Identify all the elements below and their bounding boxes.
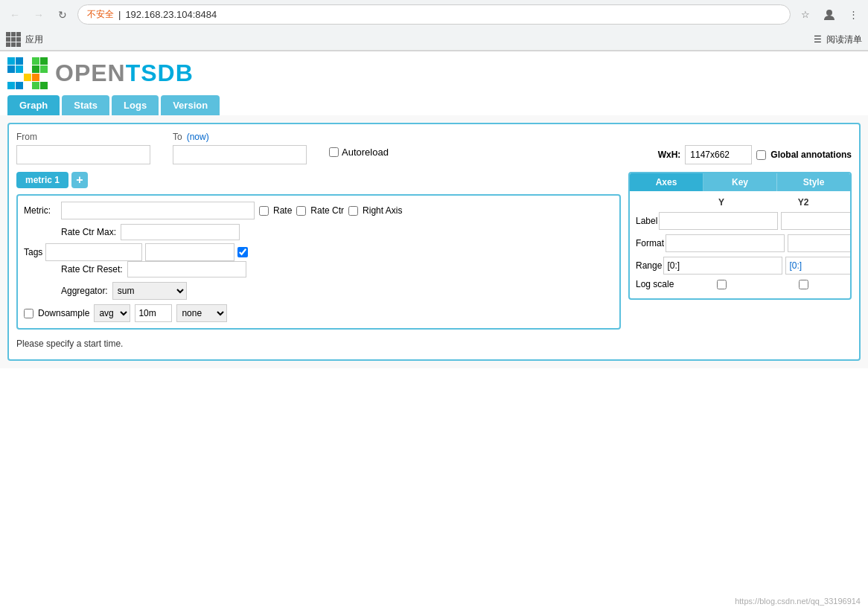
wxh-label: WxH: bbox=[658, 150, 681, 160]
rate-ctr-reset-row: Rate Ctr Reset: bbox=[24, 261, 613, 277]
logo-tsdb: TSDB bbox=[126, 60, 194, 86]
autoreload-checkbox[interactable] bbox=[329, 147, 339, 157]
browser-chrome: ← → ↻ 不安全 | 192.168.23.104:8484 ☆ ⋮ 应用 ☰… bbox=[0, 0, 868, 51]
rate-ctr-max-label: Rate Ctr Max: bbox=[61, 227, 116, 237]
tab-graph[interactable]: Graph bbox=[7, 95, 60, 115]
forward-button[interactable]: → bbox=[30, 6, 48, 24]
range-field-label: Range bbox=[636, 260, 662, 271]
to-input[interactable] bbox=[173, 145, 307, 164]
logo-area: OPENTSDB bbox=[0, 51, 868, 95]
global-annotations-checkbox[interactable] bbox=[756, 150, 766, 160]
reload-button[interactable]: ↻ bbox=[54, 6, 71, 24]
axes-format-row: Format bbox=[636, 234, 844, 252]
status-message: Please specify a start time. bbox=[16, 336, 852, 352]
tags-label: Tags bbox=[24, 247, 42, 257]
profile-icon[interactable] bbox=[820, 6, 838, 24]
tab-logs[interactable]: Logs bbox=[112, 95, 159, 115]
y2-range-input[interactable] bbox=[785, 257, 852, 275]
toolbar-right: ☆ ⋮ bbox=[797, 6, 862, 24]
y-format-input[interactable] bbox=[666, 234, 785, 252]
y-header: Y bbox=[680, 197, 762, 208]
label-field-label: Label bbox=[636, 216, 657, 226]
address-bar[interactable]: 不安全 | 192.168.23.104:8484 bbox=[77, 4, 791, 25]
to-group: To (now) bbox=[173, 132, 307, 164]
global-annotations-label: Global annotations bbox=[770, 150, 852, 160]
apps-label: 应用 bbox=[25, 33, 43, 46]
rate-ctr-reset-input[interactable] bbox=[127, 261, 246, 277]
axes-range-row: Range bbox=[636, 257, 844, 275]
svg-point-0 bbox=[826, 10, 832, 16]
now-link[interactable]: (now) bbox=[187, 132, 209, 142]
to-label: To bbox=[173, 132, 182, 142]
from-label: From bbox=[16, 132, 150, 142]
rate-ctr-reset-label: Rate Ctr Reset: bbox=[61, 264, 123, 275]
left-col: metric 1 + Metric: Rate bbox=[16, 172, 621, 330]
y-range-input[interactable] bbox=[663, 257, 782, 275]
tags-row: Tags bbox=[24, 243, 613, 261]
address-text: 192.168.23.104:8484 bbox=[125, 9, 781, 20]
logo-grid bbox=[7, 57, 48, 89]
downsample-checkbox[interactable] bbox=[24, 309, 33, 318]
rate-label: Rate bbox=[273, 205, 292, 216]
metric-row: Metric: Rate Rate Ctr Right Axis bbox=[24, 202, 613, 219]
logo-text: OPENTSDB bbox=[55, 60, 194, 87]
axes-tab-axes[interactable]: Axes bbox=[630, 173, 703, 191]
metric-form: Metric: Rate Rate Ctr Right Axis bbox=[16, 194, 621, 330]
bookmark-icon[interactable]: ☆ bbox=[797, 6, 814, 24]
app-container: OPENTSDB Graph Stats Logs Version From T… bbox=[0, 51, 868, 613]
rate-ctr-max-input[interactable] bbox=[121, 224, 240, 240]
browser-toolbar: ← → ↻ 不安全 | 192.168.23.104:8484 ☆ ⋮ bbox=[0, 0, 868, 29]
tags-checkbox[interactable] bbox=[237, 247, 248, 257]
apps-bar: 应用 ☰ 阅读清单 bbox=[0, 29, 868, 51]
wxh-input[interactable] bbox=[685, 145, 752, 164]
add-metric-button[interactable]: + bbox=[71, 172, 88, 188]
rate-options: Rate Rate Ctr Right Axis bbox=[259, 205, 402, 216]
downsample-interval-input[interactable] bbox=[135, 304, 172, 322]
autoreload-label: Autoreload bbox=[342, 147, 389, 158]
axes-tab-key[interactable]: Key bbox=[703, 173, 777, 191]
aggregator-select[interactable]: sum avg min max bbox=[112, 282, 187, 300]
rate-ctr-label: Rate Ctr bbox=[310, 205, 344, 216]
logo-open: OPEN bbox=[55, 60, 126, 86]
y2-logscale-checkbox[interactable] bbox=[799, 280, 808, 289]
axes-content: Y Y2 Label Format bbox=[630, 191, 850, 298]
axes-column-headers: Y Y2 bbox=[636, 197, 844, 208]
aggregator-row: Aggregator: sum avg min max bbox=[24, 282, 613, 300]
rate-checkbox[interactable] bbox=[259, 206, 269, 216]
right-axis-label: Right Axis bbox=[363, 205, 402, 216]
tags-key-input[interactable] bbox=[45, 243, 142, 261]
metric-tab-1[interactable]: metric 1 bbox=[16, 172, 68, 188]
logscale-label: Log scale bbox=[636, 279, 680, 289]
y-label-input[interactable] bbox=[659, 212, 778, 230]
downsample-label: Downsample bbox=[38, 308, 89, 318]
y2-format-input[interactable] bbox=[788, 234, 852, 252]
wxh-group: WxH: Global annotations bbox=[658, 145, 852, 164]
apps-grid-icon bbox=[6, 32, 21, 47]
footer-note: https://blog.csdn.net/qq_33196914 bbox=[735, 597, 861, 606]
tab-stats[interactable]: Stats bbox=[62, 95, 109, 115]
y2-label-input[interactable] bbox=[781, 212, 852, 230]
right-axis-checkbox[interactable] bbox=[348, 206, 358, 216]
axes-tabs: Axes Key Style bbox=[630, 173, 850, 191]
address-separator: | bbox=[118, 9, 121, 20]
axes-logscale-row: Log scale bbox=[636, 279, 844, 289]
downsample-none-select[interactable]: none zimsum bbox=[176, 304, 227, 322]
menu-icon[interactable]: ⋮ bbox=[844, 6, 862, 24]
downsample-row: Downsample avg sum min max none zimsum bbox=[24, 304, 613, 322]
rate-ctr-checkbox[interactable] bbox=[296, 206, 306, 216]
axes-tab-style[interactable]: Style bbox=[777, 173, 850, 191]
autoreload-group: Autoreload bbox=[329, 147, 389, 158]
y-logscale-checkbox[interactable] bbox=[717, 280, 727, 289]
main-content: From To (now) Autoreload WxH: bbox=[0, 115, 868, 368]
from-group: From bbox=[16, 132, 150, 164]
tab-version[interactable]: Version bbox=[161, 95, 220, 115]
metric-input[interactable] bbox=[61, 202, 255, 219]
form-panel: From To (now) Autoreload WxH: bbox=[7, 123, 861, 361]
tags-val-input[interactable] bbox=[145, 243, 234, 261]
back-button[interactable]: ← bbox=[6, 6, 24, 24]
from-input[interactable] bbox=[16, 145, 150, 164]
y-logscale-cell bbox=[680, 280, 762, 289]
aggregator-label: Aggregator: bbox=[61, 286, 108, 296]
downsample-avg-select[interactable]: avg sum min max bbox=[94, 304, 130, 322]
axes-label-row: Label bbox=[636, 212, 844, 230]
